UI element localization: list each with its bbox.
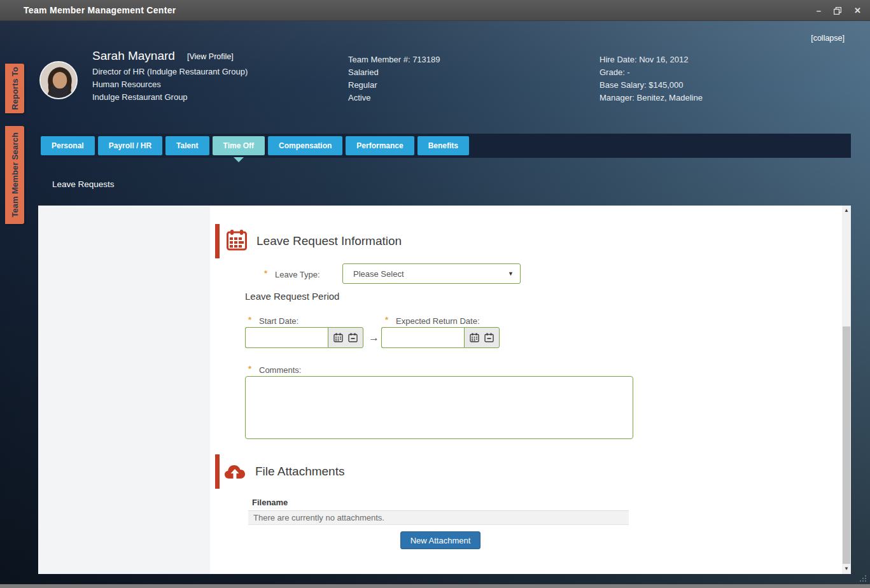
hire-info-column: Hire Date: Nov 16, 2012 Grade: - Base Sa… bbox=[600, 53, 703, 104]
collapse-link[interactable]: [collapse] bbox=[811, 34, 845, 43]
calendar-picker-icon[interactable] bbox=[333, 333, 343, 342]
date-range-arrow-icon: → bbox=[368, 332, 379, 344]
tab-performance[interactable]: Performance bbox=[346, 136, 414, 155]
required-asterisk: * bbox=[248, 315, 251, 325]
vertical-scrollbar[interactable]: ▲ ▼ bbox=[842, 206, 851, 574]
base-salary: Base Salary: $145,000 bbox=[600, 79, 703, 92]
start-date-picker-buttons bbox=[328, 327, 363, 348]
required-asterisk: * bbox=[248, 364, 251, 374]
tab-benefits[interactable]: Benefits bbox=[417, 136, 469, 155]
sidebar-tab-label: Reports To bbox=[10, 67, 20, 110]
start-date-label: Start Date: bbox=[259, 316, 298, 326]
comments-label: Comments: bbox=[259, 365, 301, 375]
tab-time-off[interactable]: Time Off bbox=[213, 136, 265, 155]
employment-info-column: Team Member #: 713189 Salaried Regular A… bbox=[348, 53, 440, 104]
restore-icon bbox=[834, 7, 841, 15]
grade: Grade: - bbox=[600, 66, 703, 79]
attachments-empty-row: There are currently no attachments. bbox=[248, 510, 629, 525]
restore-button[interactable] bbox=[834, 7, 841, 15]
return-date-input[interactable] bbox=[381, 327, 464, 348]
employee-job-title: Director of HR (Indulge Restaurant Group… bbox=[92, 66, 248, 78]
required-asterisk: * bbox=[385, 315, 388, 325]
comments-textarea[interactable] bbox=[245, 376, 633, 439]
chevron-down-icon: ▼ bbox=[508, 270, 514, 277]
new-attachment-button[interactable]: New Attachment bbox=[400, 531, 481, 549]
minimize-button[interactable]: – bbox=[817, 6, 821, 15]
manager: Manager: Benitez, Madeline bbox=[600, 92, 703, 104]
breadcrumb: Leave Requests bbox=[52, 179, 115, 189]
calendar-today-icon[interactable] bbox=[484, 333, 494, 342]
team-member-number: Team Member #: 713189 bbox=[348, 53, 440, 66]
return-date-picker-buttons bbox=[464, 327, 500, 348]
employment-type: Regular bbox=[348, 79, 440, 92]
leave-type-select[interactable]: Please Select ▼ bbox=[342, 263, 521, 284]
window-titlebar: Team Member Management Center bbox=[0, 0, 870, 21]
attachments-empty-message: There are currently no attachments. bbox=[253, 513, 384, 522]
tab-talent[interactable]: Talent bbox=[165, 136, 209, 155]
window-bottom-border bbox=[0, 584, 870, 588]
main-tabbar: Personal Payroll / HR Talent Time Off Co… bbox=[38, 134, 851, 158]
employee-details: Director of HR (Indulge Restaurant Group… bbox=[92, 66, 248, 104]
return-date-label: Expected Return Date: bbox=[396, 316, 480, 326]
sidebar-tab-team-member-search[interactable]: Team Member Search bbox=[5, 126, 24, 224]
leave-type-label: Leave Type: bbox=[275, 270, 320, 279]
file-attachments-section-title: File Attachments bbox=[255, 465, 344, 479]
leave-period-subheading: Leave Request Period bbox=[245, 291, 339, 302]
content-panel: Leave Request Information * Leave Type: … bbox=[38, 206, 851, 574]
scroll-up-icon[interactable]: ▲ bbox=[842, 206, 851, 216]
required-asterisk: * bbox=[264, 269, 267, 278]
scroll-down-icon[interactable]: ▼ bbox=[842, 564, 851, 574]
scrollbar-thumb[interactable] bbox=[843, 326, 850, 564]
employee-department: Human Resources bbox=[92, 78, 248, 91]
window-controls: – ✕ bbox=[817, 0, 861, 21]
filename-column-header: Filename bbox=[252, 498, 288, 507]
tab-personal[interactable]: Personal bbox=[41, 136, 95, 155]
window-title: Team Member Management Center bbox=[24, 5, 176, 15]
start-date-field-group bbox=[245, 327, 363, 348]
employee-company: Indulge Restaurant Group bbox=[92, 91, 248, 104]
view-profile-link[interactable]: [View Profile] bbox=[187, 52, 234, 61]
leave-request-section-title: Leave Request Information bbox=[256, 234, 402, 248]
calendar-picker-icon[interactable] bbox=[470, 333, 479, 342]
sidebar-tab-label: Team Member Search bbox=[10, 132, 20, 217]
close-button[interactable]: ✕ bbox=[854, 6, 861, 15]
resize-grip-icon[interactable] bbox=[859, 574, 866, 582]
calendar-icon bbox=[227, 229, 247, 251]
section-accent-bar bbox=[215, 454, 220, 489]
start-date-input[interactable] bbox=[245, 327, 328, 348]
cloud-upload-icon bbox=[224, 463, 246, 480]
pay-type: Salaried bbox=[348, 66, 440, 79]
status: Active bbox=[348, 92, 440, 104]
section-accent-bar bbox=[215, 224, 220, 258]
hire-date: Hire Date: Nov 16, 2012 bbox=[600, 53, 703, 66]
calendar-today-icon[interactable] bbox=[348, 333, 358, 342]
tab-compensation[interactable]: Compensation bbox=[268, 136, 342, 155]
employee-name: Sarah Maynard bbox=[92, 49, 175, 63]
return-date-field-group bbox=[381, 327, 500, 348]
avatar bbox=[39, 61, 78, 99]
tab-payroll-hr[interactable]: Payroll / HR bbox=[98, 136, 162, 155]
sidebar-tab-reports-to[interactable]: Reports To bbox=[5, 64, 24, 113]
leave-type-selected-value: Please Select bbox=[353, 269, 404, 279]
